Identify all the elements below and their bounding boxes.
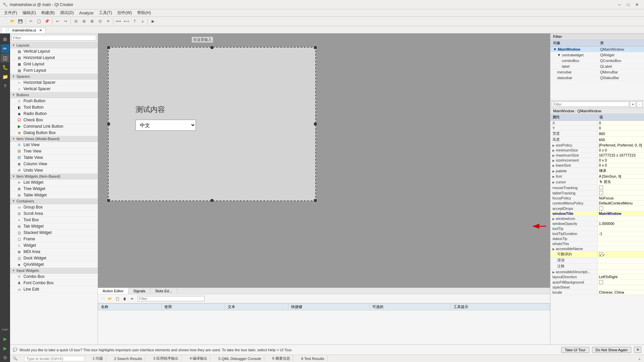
prop-val[interactable]: A [SimSun, 9] [597, 174, 644, 179]
resize-handle-tr[interactable] [314, 46, 317, 49]
prop-val[interactable]: 600 [597, 137, 644, 143]
widget-item-stacked-widget[interactable]: ◫ Stacked Widget [10, 230, 98, 236]
prop-val[interactable]: DefaultContextMenu [597, 201, 644, 206]
sidebar-help-icon[interactable]: ? [1, 82, 9, 90]
menu-analyze[interactable]: Analyze [76, 10, 96, 16]
toolbar-new-btn[interactable]: 📄 [1, 18, 9, 25]
prop-row-locale[interactable]: localeChinese, China [550, 290, 644, 295]
sidebar-welcome-icon[interactable]: ⊞ [1, 35, 9, 44]
prop-val[interactable]: 1.000000 [597, 221, 644, 226]
minimize-button[interactable]: ─ [615, 1, 624, 8]
prop-val[interactable]: NoFocus [597, 196, 644, 201]
toolbar-btn-2[interactable]: 📋 [35, 18, 43, 25]
canvas-combo-box[interactable]: 中文 [136, 120, 196, 131]
status-compile-output[interactable]: 4 编译输出 [187, 355, 210, 362]
toolbar-align-b[interactable]: ⤓ [139, 18, 146, 25]
resize-handle-br[interactable] [314, 199, 317, 202]
widget-item-tree-widget[interactable]: ⊞ Tree Widget [10, 186, 98, 192]
widget-item-qax-widget[interactable]: ◈ QAxWidget [10, 261, 98, 268]
prop-row-stylesheet[interactable]: styleSheet [550, 285, 644, 290]
widget-item-horizontal-spacer[interactable]: ↔ Horizontal Spacer [10, 79, 98, 86]
prop-row-windowtitle[interactable]: windowTitle MainWindow [550, 211, 644, 216]
widget-item-font-combo-box[interactable]: A Font Combo Box [10, 280, 98, 286]
obj-row-statusbar[interactable]: statusbar QStatusBar [550, 75, 644, 81]
widget-item-table-widget[interactable]: ⊟ Table Widget [10, 192, 98, 198]
menu-help[interactable]: 帮助(H) [135, 9, 154, 16]
sidebar-debug-icon[interactable]: 🐛 [1, 63, 9, 72]
widget-item-line-edit[interactable]: ▭ Line Edit [10, 286, 98, 293]
prop-val[interactable]: LeftToRight [597, 275, 644, 280]
prop-filter-input[interactable] [552, 102, 629, 107]
menu-file[interactable]: 文件(F) [1, 9, 20, 16]
widget-item-dialog-button-box[interactable]: ◈ Dialog Button Box [10, 130, 98, 136]
toolbar-save-btn[interactable]: 💾 [17, 18, 24, 25]
prop-val[interactable]: 16777215 x 16777215 [597, 153, 644, 158]
resize-handle-bl[interactable] [107, 199, 110, 202]
menu-build[interactable]: 构建(B) [39, 9, 57, 16]
take-tour-button[interactable]: Take UI Tour [561, 347, 589, 353]
widget-item-grid-layout[interactable]: ▦ Grid Layout [10, 61, 98, 67]
main-canvas[interactable]: 测试内容 中文 [108, 47, 316, 201]
toolbar-align-l[interactable]: ⟺ [115, 18, 122, 25]
prop-val[interactable] [597, 269, 644, 275]
status-search-results[interactable]: 2 Search Results [111, 356, 145, 361]
tab-close-btn[interactable]: ✕ [39, 28, 42, 32]
status-test-results[interactable]: 8 Test Results [299, 356, 327, 361]
toolbar-layout-v[interactable]: ⊞ [80, 18, 88, 25]
prop-row-autofill[interactable]: autoFillBackground [550, 280, 644, 285]
menu-controls[interactable]: 控件(W) [115, 9, 135, 16]
prop-val[interactable] [597, 285, 644, 290]
toolbar-btn-3[interactable]: 📌 [43, 18, 51, 25]
sidebar-build-btn[interactable]: ⚙ [1, 353, 9, 362]
widget-item-mdi-area[interactable]: ⊞ MDI Area [10, 249, 98, 255]
resize-handle-bc[interactable] [211, 199, 213, 202]
widget-item-form-layout[interactable]: ▧ Form Layout [10, 67, 98, 74]
section-spacers[interactable]: Spacers [10, 74, 98, 79]
action-open-btn[interactable]: 📂 [107, 295, 113, 302]
widget-item-frame[interactable]: ▢ Frame [10, 236, 98, 242]
toolbar-layout-f[interactable]: ⊡ [96, 18, 104, 25]
prop-row-tablettracking[interactable]: tabletTracking [550, 190, 644, 196]
widget-item-horizontal-layout[interactable]: ▥ Horizontal Layout [10, 55, 98, 61]
prop-row-statustip[interactable]: statusTip [550, 236, 644, 241]
prop-row-minsize[interactable]: ▶ minimumSize0 x 0 [550, 148, 644, 153]
section-containers[interactable]: Containers [10, 198, 98, 204]
prop-val[interactable]: ✓ [597, 251, 644, 257]
file-tab-mainwindow[interactable]: 📄 mainwindow.ui ✕ [1, 27, 46, 33]
prop-row-maxsize[interactable]: ▶ maximumSize16777215 x 16777215 [550, 153, 644, 158]
toolbar-preview[interactable]: ▶ [149, 18, 157, 25]
translatable-checkbox[interactable]: ✓ [599, 252, 603, 256]
prop-row-contextmenupolicy[interactable]: contextMenuPolicyDefaultContextMenu [550, 201, 644, 206]
toolbar-align-r[interactable]: ⟻ [123, 18, 130, 25]
close-button[interactable]: ✕ [633, 1, 641, 8]
widget-item-table-view[interactable]: ⊟ Table View [10, 155, 98, 161]
toolbar-layout-break[interactable]: ✕ [104, 18, 112, 25]
prop-row-mousetracking[interactable]: mouseTracking [550, 185, 644, 190]
prop-val[interactable]: 0 [597, 121, 644, 126]
bottom-tab-slots-editor[interactable]: Slots Ed... [150, 288, 177, 294]
widget-item-vertical-layout[interactable]: ▤ Vertical Layout [10, 48, 98, 55]
prop-val[interactable]: 0 x 0 [597, 158, 644, 163]
prop-val[interactable]: 继承 [597, 168, 644, 174]
prop-val[interactable]: Chinese, China [597, 290, 644, 295]
prop-val[interactable] [597, 280, 644, 285]
prop-row-translatable[interactable]: 可翻译的 ✓ [550, 251, 644, 257]
resize-handle-mr[interactable] [314, 123, 317, 125]
prop-val[interactable]: 0 x 0 [597, 163, 644, 168]
prop-row-cursor[interactable]: ▶ cursor🖱 箭头 [550, 179, 644, 185]
toolbar-btn-5[interactable]: ↪ [62, 18, 69, 25]
section-input-widgets[interactable]: Input Widgets [10, 268, 98, 274]
widget-item-check-box[interactable]: ☑ Check Box [10, 117, 98, 123]
toolbar-layout-g[interactable]: ⊠ [88, 18, 96, 25]
prop-val[interactable]: -1 [597, 231, 644, 236]
widget-item-dock-widget[interactable]: ◫ Dock Widget [10, 255, 98, 261]
status-problems[interactable]: 1 问题 [90, 355, 106, 362]
prop-row-font[interactable]: ▶ fontA [SimSun, 9] [550, 174, 644, 179]
obj-row-mainwindow[interactable]: ▼ MainWindow QMainWindow [550, 47, 644, 52]
widget-item-undo-view[interactable]: ↺ Undo View [10, 167, 98, 174]
sidebar-debug-run-btn[interactable]: ▶ [1, 344, 9, 353]
prop-val[interactable]: 0 x 0 [597, 148, 644, 153]
widget-item-combo-box[interactable]: ▽ Combo Box [10, 274, 98, 280]
action-new-btn[interactable]: 📄 [99, 295, 106, 302]
prop-row-acceptdrops[interactable]: acceptDrops [550, 206, 644, 211]
